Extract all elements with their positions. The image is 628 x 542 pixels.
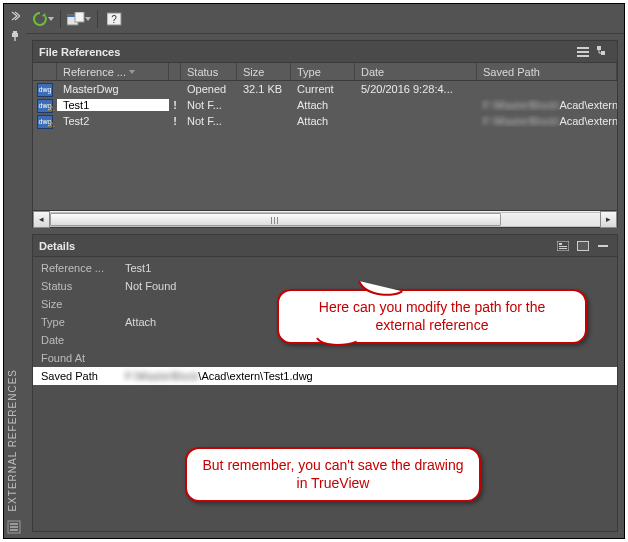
dwg-icon: dwg bbox=[37, 83, 53, 97]
side-arrow-right-icon[interactable] bbox=[7, 8, 23, 24]
detail-row: Found At bbox=[33, 349, 617, 367]
redacted-text: F:\MasterBlock\ bbox=[483, 99, 559, 111]
annotation-callout: Here can you modify the path for the ext… bbox=[277, 289, 587, 344]
attach-button[interactable] bbox=[67, 8, 91, 30]
table-row[interactable]: dwg MasterDwg Opened 32.1 KB Current 5/2… bbox=[33, 81, 617, 97]
svg-rect-13 bbox=[577, 51, 589, 53]
panel-title: Details bbox=[39, 240, 75, 252]
chevron-down-icon bbox=[85, 17, 91, 21]
toolbar-separator bbox=[60, 10, 61, 28]
dwg-warn-icon: dwg bbox=[37, 99, 53, 113]
panel-header: Details bbox=[33, 235, 617, 257]
scroll-left-icon[interactable]: ◂ bbox=[33, 211, 50, 228]
callout-tail-icon bbox=[317, 338, 327, 348]
svg-rect-5 bbox=[10, 526, 18, 528]
svg-rect-2 bbox=[14, 37, 15, 41]
table-body[interactable]: dwg MasterDwg Opened 32.1 KB Current 5/2… bbox=[33, 81, 617, 210]
panel-header: File References bbox=[33, 41, 617, 63]
scroll-thumb[interactable] bbox=[50, 213, 501, 226]
svg-rect-22 bbox=[578, 242, 588, 250]
palette-title: EXTERNAL REFERENCES bbox=[7, 369, 18, 512]
col-size: Size bbox=[237, 63, 291, 80]
chevron-down-icon bbox=[48, 17, 54, 21]
svg-rect-23 bbox=[598, 245, 608, 247]
saved-path-field[interactable]: F:\MasterBlock\Acad\extern\Test1.dwg bbox=[121, 370, 617, 382]
side-pin-icon[interactable] bbox=[7, 28, 23, 44]
svg-rect-6 bbox=[10, 529, 18, 531]
toolbar: ? bbox=[26, 4, 624, 34]
side-menu-icon[interactable] bbox=[7, 520, 21, 534]
refresh-button[interactable] bbox=[32, 8, 54, 30]
details-panel: Details Reference ... Test1 bbox=[32, 234, 618, 532]
col-type: Type bbox=[291, 63, 355, 80]
details-card-icon[interactable] bbox=[555, 238, 571, 254]
col-status: Status bbox=[181, 63, 237, 80]
side-strip: EXTERNAL REFERENCES bbox=[4, 4, 26, 538]
list-view-icon[interactable] bbox=[575, 44, 591, 60]
detail-row-saved-path[interactable]: Saved Path F:\MasterBlock\Acad\extern\Te… bbox=[33, 367, 617, 385]
file-references-panel: File References Reference ... Status Siz… bbox=[32, 40, 618, 228]
svg-rect-1 bbox=[12, 33, 18, 37]
callout-tail-icon bbox=[379, 285, 389, 295]
col-name: Reference ... bbox=[57, 63, 169, 80]
dwg-warn-icon: dwg bbox=[37, 115, 53, 129]
svg-rect-15 bbox=[597, 46, 601, 50]
svg-rect-12 bbox=[577, 47, 589, 49]
svg-rect-18 bbox=[559, 243, 562, 245]
table-row[interactable]: dwg Test2 ! Not F... Attach F:\MasterBlo… bbox=[33, 113, 617, 129]
svg-rect-16 bbox=[601, 51, 605, 55]
svg-rect-0 bbox=[13, 31, 17, 33]
collapse-icon[interactable] bbox=[595, 238, 611, 254]
warning-mark-icon: ! bbox=[173, 99, 177, 111]
detail-row: Reference ... Test1 bbox=[33, 259, 617, 277]
toolbar-separator bbox=[97, 10, 98, 28]
table-row[interactable]: dwg Test1 ! Not F... Attach F:\MasterBlo… bbox=[33, 97, 617, 113]
horizontal-scrollbar[interactable]: ◂ ▸ bbox=[33, 210, 617, 227]
scroll-track[interactable] bbox=[50, 212, 600, 227]
tree-view-icon[interactable] bbox=[595, 44, 611, 60]
svg-rect-20 bbox=[559, 248, 567, 249]
annotation-callout: But remember, you can't save the drawing… bbox=[185, 447, 481, 502]
col-date: Date bbox=[355, 63, 477, 80]
redacted-text: F:\MasterBlock\ bbox=[483, 115, 559, 127]
svg-rect-14 bbox=[577, 55, 589, 57]
table-header[interactable]: Reference ... Status Size Type Date Save… bbox=[33, 63, 617, 81]
warning-mark-icon: ! bbox=[173, 115, 177, 127]
help-button[interactable]: ? bbox=[104, 8, 126, 30]
redacted-text: F:\MasterBlock bbox=[125, 370, 198, 382]
svg-text:?: ? bbox=[111, 14, 117, 25]
svg-rect-9 bbox=[75, 12, 84, 22]
preview-icon[interactable] bbox=[575, 238, 591, 254]
panel-title: File References bbox=[39, 46, 120, 58]
sort-asc-icon bbox=[129, 70, 135, 74]
col-path: Saved Path bbox=[477, 63, 617, 80]
svg-rect-4 bbox=[10, 523, 18, 525]
svg-rect-19 bbox=[559, 246, 567, 247]
scroll-right-icon[interactable]: ▸ bbox=[600, 211, 617, 228]
